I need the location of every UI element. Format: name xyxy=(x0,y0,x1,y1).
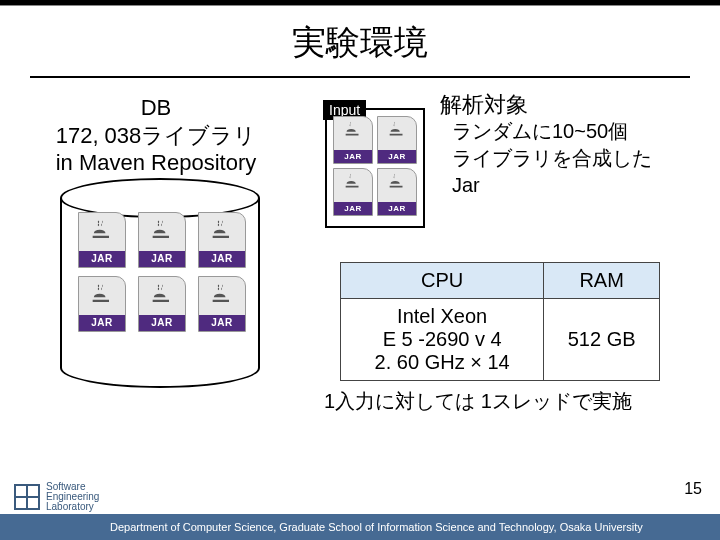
input-box: Input JAR JAR JAR JAR xyxy=(325,108,425,228)
page-number: 15 xyxy=(684,480,702,498)
cpu-line: 2. 60 GHz × 14 xyxy=(351,351,533,374)
db-count: 172, 038ライブラリ xyxy=(36,122,276,150)
jar-icon: JAR xyxy=(78,212,126,268)
java-cup-icon xyxy=(88,217,116,245)
db-jar-grid: JAR JAR JAR JAR JAR JAR xyxy=(78,212,248,332)
lab-logo: Software Engineering Laboratory xyxy=(14,482,99,512)
java-cup-icon xyxy=(342,171,364,193)
jar-band-label: JAR xyxy=(79,315,125,331)
cpu-line: Intel Xeon xyxy=(351,305,533,328)
thread-note: 1入力に対しては 1スレッドで実施 xyxy=(324,388,632,415)
jar-band-label: JAR xyxy=(378,202,416,215)
java-cup-icon xyxy=(208,217,236,245)
java-cup-icon xyxy=(208,281,236,309)
cpu-cell: Intel Xeon E 5 -2690 v 4 2. 60 GHz × 14 xyxy=(341,299,544,381)
slide-title: 実験環境 xyxy=(0,20,720,66)
desc-line: Jar xyxy=(452,172,652,199)
java-cup-icon xyxy=(148,281,176,309)
cpu-line: E 5 -2690 v 4 xyxy=(351,328,533,351)
jar-band-label: JAR xyxy=(199,251,245,267)
ram-cell: 512 GB xyxy=(544,299,660,381)
jar-icon: JAR xyxy=(377,116,417,164)
jar-icon: JAR xyxy=(333,116,373,164)
slide-body: DB 172, 038ライブラリ in Maven Repository JAR… xyxy=(0,78,720,458)
jar-band-label: JAR xyxy=(334,202,372,215)
ram-header: RAM xyxy=(544,263,660,299)
java-cup-icon xyxy=(386,171,408,193)
analysis-target-desc: ランダムに10~50個 ライブラリを合成した Jar xyxy=(452,118,652,199)
db-name: DB xyxy=(36,94,276,122)
db-cylinder-icon: JAR JAR JAR JAR JAR JAR xyxy=(60,178,260,378)
jar-icon: JAR xyxy=(377,168,417,216)
lab-logo-icon xyxy=(14,484,40,510)
jar-icon: JAR xyxy=(198,276,246,332)
jar-band-label: JAR xyxy=(139,315,185,331)
spec-table: CPU RAM Intel Xeon E 5 -2690 v 4 2. 60 G… xyxy=(340,262,660,381)
jar-icon: JAR xyxy=(78,276,126,332)
jar-icon: JAR xyxy=(198,212,246,268)
db-source: in Maven Repository xyxy=(36,149,276,177)
desc-line: ライブラリを合成した xyxy=(452,145,652,172)
jar-icon: JAR xyxy=(333,168,373,216)
java-cup-icon xyxy=(88,281,116,309)
input-jar-grid: JAR JAR JAR JAR xyxy=(327,116,423,216)
analysis-target-label: 解析対象 xyxy=(440,90,528,120)
footer-text: Department of Computer Science, Graduate… xyxy=(110,521,643,533)
java-cup-icon xyxy=(342,119,364,141)
jar-band-label: JAR xyxy=(199,315,245,331)
logo-line: Laboratory xyxy=(46,502,99,512)
desc-line: ランダムに10~50個 xyxy=(452,118,652,145)
java-cup-icon xyxy=(148,217,176,245)
db-label-block: DB 172, 038ライブラリ in Maven Repository xyxy=(36,94,276,177)
footer-bar: Department of Computer Science, Graduate… xyxy=(0,514,720,540)
jar-icon: JAR xyxy=(138,276,186,332)
jar-band-label: JAR xyxy=(378,150,416,163)
jar-band-label: JAR xyxy=(334,150,372,163)
top-bar xyxy=(0,0,720,6)
jar-band-label: JAR xyxy=(139,251,185,267)
cpu-header: CPU xyxy=(341,263,544,299)
jar-band-label: JAR xyxy=(79,251,125,267)
lab-logo-text: Software Engineering Laboratory xyxy=(46,482,99,512)
java-cup-icon xyxy=(386,119,408,141)
jar-icon: JAR xyxy=(138,212,186,268)
